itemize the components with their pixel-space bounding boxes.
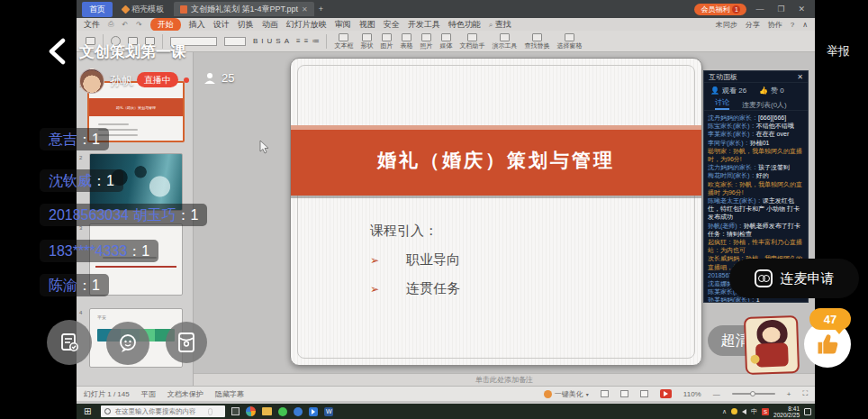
ribbon-tab-slideshow: 幻灯片放映	[286, 19, 327, 31]
normal-view-icon	[601, 390, 609, 397]
doc-assistant-icon	[467, 33, 477, 41]
chat-button[interactable]	[106, 322, 149, 365]
danmaku-message: 183****4333：1	[40, 240, 158, 262]
ribbon-tab-view: 视图	[359, 19, 375, 31]
wechat-icon	[278, 407, 287, 416]
new-tab-button: +	[319, 5, 323, 14]
mic-icon	[208, 408, 212, 415]
sogou-input-icon: S	[762, 408, 769, 415]
red-packet-icon	[176, 332, 196, 353]
help-button: ?	[791, 21, 794, 29]
cortana-icon	[104, 408, 111, 414]
person-icon	[203, 72, 216, 85]
slide-bullet-2: ➢ 连贯任务	[370, 280, 460, 297]
windows-taskbar: ⊞ W ∧ 中 S 8:41 2020/2/25	[77, 404, 815, 419]
zoom-in-button: +	[787, 390, 791, 398]
wps-tab-bar: 首页 稻壳模板 文创婚礼策划 第1-4章PPT.ppt ✕ + 会员福利 1 —…	[77, 0, 815, 18]
arrow-bullet-icon: ➢	[370, 283, 383, 296]
wps-status-bar: 幻灯片 1 / 145 平面 文档未保护 隐藏字幕 一键美化 ▾ 110% — …	[77, 386, 815, 401]
live-dot-icon	[184, 77, 189, 83]
danmaku-message: 陈渝：1	[40, 274, 109, 296]
video-player-icon	[309, 407, 318, 416]
italic-icon: I	[261, 37, 263, 45]
media-button: 媒体	[439, 33, 452, 49]
wps-toolbar: B I U S A ≡ ≡ ≔ 文本框 形状 图片 表格 照片 媒体 文档助手 …	[77, 31, 815, 52]
danmaku-message: 沈钦威：1	[40, 169, 123, 192]
mouse-cursor	[259, 141, 269, 158]
photo-button: 照片	[420, 33, 432, 49]
presenter-name: 孙帆	[110, 73, 133, 89]
panel-message: 沈丹妈妈的家长：[666][666]	[708, 114, 804, 122]
presenter-avatar[interactable]	[79, 68, 104, 94]
taskbar-search-input	[114, 407, 204, 415]
align-center-icon: ≡	[304, 37, 309, 45]
photo-icon	[421, 33, 431, 41]
arrow-bullet-icon: ➢	[370, 254, 383, 267]
wps-home-tab: 首页	[82, 2, 113, 17]
redo-icon: ↷	[136, 21, 142, 29]
zoom-slider	[732, 393, 775, 395]
strike-icon: S	[276, 37, 280, 45]
link-icon	[755, 269, 773, 287]
security-tray-icon	[731, 408, 737, 414]
beautify-icon	[544, 390, 552, 398]
viewer-counter: 25	[203, 71, 234, 85]
back-button[interactable]	[45, 38, 68, 68]
align-left-icon: ≡	[296, 37, 301, 45]
ribbon-tab-home: 开始	[150, 18, 181, 32]
thumbs-up-icon	[815, 332, 840, 357]
thumb-icon: 👍	[759, 87, 768, 95]
collab-button: 协作	[768, 20, 782, 30]
panel-message: 李某家长(家长)：在在在 over	[708, 130, 804, 138]
slide-counter: 幻灯片 1 / 145	[84, 389, 130, 399]
media-icon	[441, 33, 451, 41]
restore-button: ❐	[773, 5, 789, 14]
tab-mic-list[interactable]: 连麦列表(0人)	[742, 100, 787, 110]
close-button: ✕	[793, 5, 809, 14]
selection-pane-button: 选择窗格	[556, 33, 582, 49]
present-tools-icon	[500, 33, 510, 41]
current-slide: 婚礼（婚庆）策划与管理 课程引入： ➢ 职业导向 ➢ 连贯任务	[290, 58, 702, 366]
theme-name: 平面	[141, 389, 156, 399]
sign-in-button[interactable]	[47, 320, 92, 365]
report-button[interactable]: 举报	[827, 43, 850, 59]
doc-assistant-button: 文档助手	[459, 33, 484, 49]
watch-count: 👤观看 26	[710, 86, 746, 96]
ime-icon: 中	[751, 407, 757, 416]
danmaku-message: 2018563034 胡玉巧：1	[40, 204, 207, 226]
tab-discussion[interactable]: 讨论	[715, 97, 729, 110]
live-class-screen: 首页 稻壳模板 文创婚礼策划 第1-4章PPT.ppt ✕ + 会员福利 1 —…	[0, 0, 868, 419]
mic-request-button[interactable]: 连麦申请	[729, 259, 859, 298]
browser-icon	[294, 407, 303, 416]
ribbon-tab-design: 设计	[213, 19, 230, 31]
font-size-box	[224, 37, 246, 46]
red-packet-button[interactable]	[166, 322, 207, 363]
underline-icon: U	[267, 37, 273, 45]
zoom-out-button: —	[713, 390, 720, 398]
task-view-icon	[231, 407, 240, 415]
like-count-badge: 47	[809, 308, 851, 330]
panel-message: 沈力妈妈的家长：孩子没签到	[708, 163, 804, 171]
mascot-sticker	[744, 315, 800, 375]
slideshow-play-button	[660, 389, 672, 398]
panel-close-icon[interactable]: ✕	[797, 73, 803, 81]
beautify-button: 一键美化 ▾	[544, 389, 589, 399]
danmaku-message: 意吉：1	[40, 128, 109, 150]
reading-view-icon	[640, 390, 648, 397]
system-tray: ∧ 中 S 8:41 2020/2/25	[722, 405, 811, 418]
taskbar-clock: 8:41 2020/2/25	[773, 405, 800, 418]
ribbon-tab-review: 审阅	[335, 19, 351, 31]
textbox-icon	[339, 33, 348, 41]
find-replace-button: 查找替换	[524, 33, 549, 49]
word-icon: W	[324, 407, 333, 416]
search-icon: ⌕	[489, 21, 493, 29]
sorter-view-icon	[620, 390, 628, 397]
doc-protection-status: 文档未保护	[167, 389, 203, 399]
table-button: 表格	[400, 33, 412, 49]
ribbon-tab-features: 特色功能	[448, 19, 481, 31]
live-status-badge: 直播中	[137, 72, 178, 87]
ribbon-search: ⌕ 查找	[489, 19, 511, 31]
sign-in-doc-icon	[59, 332, 80, 353]
store-diamond-icon	[122, 5, 131, 14]
share-button: 分享	[746, 20, 760, 30]
